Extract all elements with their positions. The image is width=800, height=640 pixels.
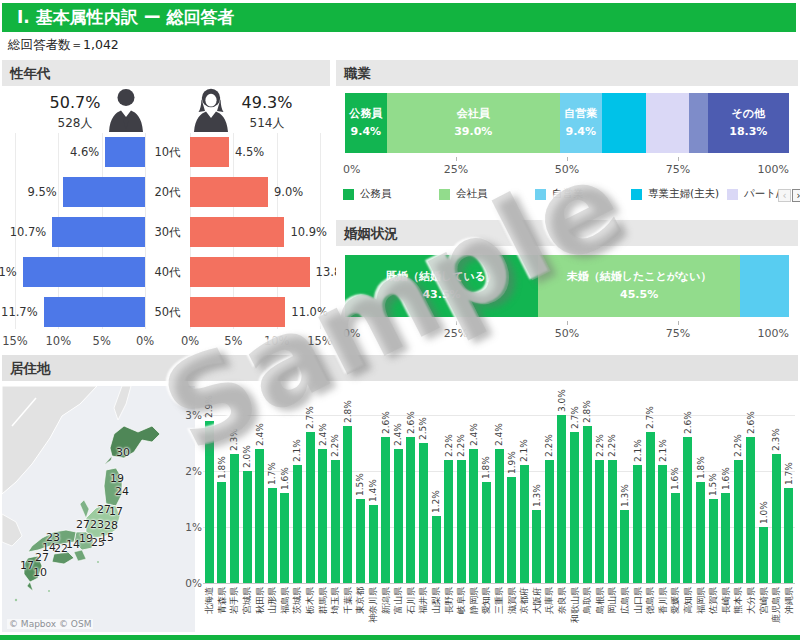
map-attribution[interactable]: © Mapbox © OSM bbox=[7, 619, 93, 629]
female-bar[interactable] bbox=[190, 137, 229, 167]
pref-bar[interactable] bbox=[709, 499, 718, 583]
occupation-segment[interactable]: 公務員9.4% bbox=[345, 93, 387, 153]
occupation-segment[interactable] bbox=[602, 93, 646, 153]
male-bar[interactable] bbox=[44, 297, 145, 327]
legend-item[interactable]: 公務員 bbox=[343, 187, 392, 201]
female-bar[interactable] bbox=[190, 217, 284, 247]
pref-bar[interactable] bbox=[306, 432, 315, 583]
pref-bar[interactable] bbox=[205, 421, 214, 583]
marital-segment[interactable] bbox=[740, 255, 789, 317]
legend-item[interactable]: 会社員 bbox=[439, 187, 488, 201]
occupation-segment[interactable]: 会社員39.0% bbox=[387, 93, 560, 153]
occupation-segment[interactable] bbox=[689, 93, 708, 153]
pref-bar[interactable] bbox=[532, 510, 541, 583]
occupation-segment[interactable] bbox=[646, 93, 689, 153]
segment-value: 9.4% bbox=[566, 123, 597, 141]
female-bar[interactable] bbox=[190, 297, 285, 327]
japan-map[interactable]: 301924271727232823142214192515271710 © M… bbox=[2, 386, 195, 632]
pref-bar[interactable] bbox=[507, 477, 516, 583]
female-bar[interactable] bbox=[190, 177, 268, 207]
male-bar[interactable] bbox=[105, 137, 145, 167]
male-bar[interactable] bbox=[23, 257, 145, 287]
legend-item[interactable]: パート/ bbox=[727, 187, 780, 201]
pref-bar[interactable] bbox=[633, 465, 642, 583]
pref-bar[interactable] bbox=[444, 460, 453, 583]
pref-bar[interactable] bbox=[495, 449, 504, 583]
pref-name-label: 兵庫県 bbox=[544, 587, 554, 614]
pref-bar[interactable] bbox=[280, 493, 289, 583]
pref-bar[interactable] bbox=[369, 505, 378, 583]
pref-bar[interactable] bbox=[721, 493, 730, 583]
axis-tick-label: 50% bbox=[547, 163, 587, 176]
pref-bar[interactable] bbox=[331, 460, 340, 583]
axis-tick-label: 5% bbox=[84, 334, 120, 348]
pref-bar[interactable] bbox=[595, 460, 604, 583]
pref-bar[interactable] bbox=[419, 443, 428, 583]
pref-bar[interactable] bbox=[583, 426, 592, 583]
occupation-segment[interactable]: その他18.3% bbox=[708, 93, 789, 153]
axis-tick bbox=[678, 321, 679, 325]
pref-bar-value: 2.4% bbox=[393, 423, 403, 446]
pref-bar[interactable] bbox=[482, 482, 491, 583]
pref-bar[interactable] bbox=[608, 460, 617, 583]
pref-bar[interactable] bbox=[734, 460, 743, 583]
pref-name-label: 香川県 bbox=[658, 587, 668, 614]
pref-bar[interactable] bbox=[432, 516, 441, 583]
axis-tick-label: 100% bbox=[755, 163, 789, 176]
female-bar[interactable] bbox=[190, 257, 310, 287]
pref-bar[interactable] bbox=[646, 432, 655, 583]
pref-name-label: 長野県 bbox=[444, 587, 454, 614]
pref-name-label: 岩手県 bbox=[229, 587, 239, 614]
pref-bar[interactable] bbox=[356, 499, 365, 583]
pref-bar[interactable] bbox=[217, 482, 226, 583]
legend-swatch bbox=[343, 189, 354, 200]
pref-bar[interactable] bbox=[406, 437, 415, 583]
pref-bar[interactable] bbox=[746, 437, 755, 583]
map-count-label: 14 bbox=[66, 538, 80, 551]
pref-bar[interactable] bbox=[268, 488, 277, 583]
pref-bar[interactable] bbox=[620, 510, 629, 583]
pref-bar[interactable] bbox=[243, 471, 252, 583]
legend-item[interactable]: 専業主婦(主夫) bbox=[631, 187, 719, 201]
legend-item[interactable]: 自営業 bbox=[535, 187, 584, 201]
pref-bar[interactable] bbox=[343, 426, 352, 583]
pref-bar[interactable] bbox=[394, 449, 403, 583]
legend-next-button[interactable]: › bbox=[792, 189, 800, 202]
pref-bar[interactable] bbox=[671, 493, 680, 583]
pref-bar[interactable] bbox=[255, 449, 264, 583]
pref-bar[interactable] bbox=[318, 449, 327, 583]
pref-bar[interactable] bbox=[683, 437, 692, 583]
axis-tick-label: 25% bbox=[436, 163, 476, 176]
pref-bar[interactable] bbox=[784, 488, 793, 583]
pref-bar[interactable] bbox=[545, 460, 554, 583]
pref-bar[interactable] bbox=[772, 454, 781, 583]
pref-bar[interactable] bbox=[381, 437, 390, 583]
pref-bar[interactable] bbox=[230, 454, 239, 583]
pref-name-label: 山形県 bbox=[267, 587, 277, 614]
pref-bar[interactable] bbox=[696, 482, 705, 583]
pref-bar[interactable] bbox=[658, 465, 667, 583]
legend-prev-button[interactable]: ‹ bbox=[778, 189, 791, 202]
pref-bar[interactable] bbox=[520, 465, 529, 583]
male-bar[interactable] bbox=[63, 177, 145, 207]
map-count-label: 19 bbox=[110, 472, 124, 485]
age-group-label: 20代 bbox=[145, 185, 190, 200]
pref-bar[interactable] bbox=[759, 527, 768, 583]
map-count-label: 23 bbox=[90, 518, 104, 531]
pref-bar-value: 2.8% bbox=[582, 400, 592, 423]
pref-bar[interactable] bbox=[570, 432, 579, 583]
y-axis-label: 2% bbox=[180, 465, 202, 477]
pref-bar[interactable] bbox=[469, 449, 478, 583]
pref-bar-value: 2.4% bbox=[318, 423, 328, 446]
pref-name-label: 福島県 bbox=[280, 587, 290, 614]
pref-bar[interactable] bbox=[457, 460, 466, 583]
pref-name-label: 静岡県 bbox=[469, 587, 479, 614]
pref-bar-value: 2.2% bbox=[595, 434, 605, 457]
male-bar[interactable] bbox=[52, 217, 145, 247]
marital-segment[interactable]: 未婚（結婚したことがない）45.5% bbox=[538, 255, 740, 317]
occupation-segment[interactable]: 自営業9.4% bbox=[560, 93, 602, 153]
pref-bar[interactable] bbox=[293, 465, 302, 583]
legend-label: 自営業 bbox=[552, 187, 584, 201]
pref-bar[interactable] bbox=[557, 415, 566, 583]
marital-segment[interactable]: 既婚（結婚している）43.5% bbox=[345, 255, 538, 317]
